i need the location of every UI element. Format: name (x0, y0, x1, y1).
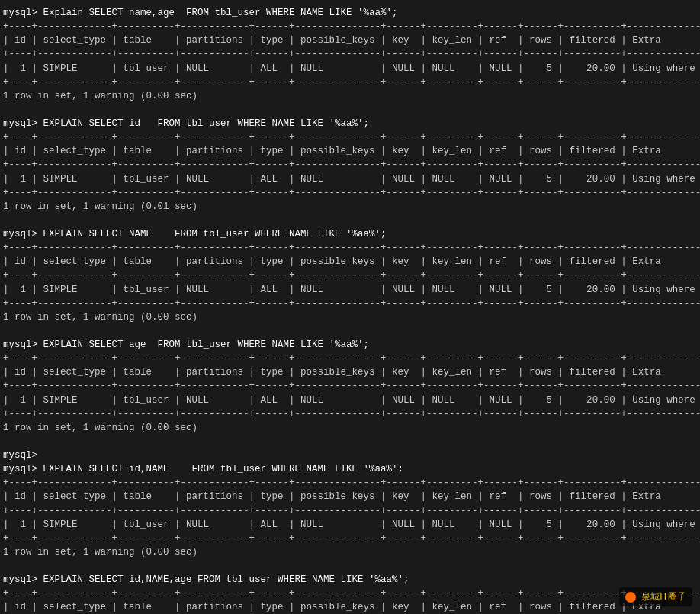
query-block-5: mysql> mysql> EXPLAIN SELECT id,NAME FRO… (3, 448, 697, 559)
command-1: Explain SELECT name,age FROM tbl_user WH… (43, 8, 398, 18)
border-bot-4: +----+-------------+----------+---------… (3, 407, 697, 421)
result-2: 1 row in set, 1 warning (0.01 sec) (3, 200, 697, 214)
border-bot-1: +----+-------------+----------+---------… (3, 76, 697, 89)
border-mid-4: +----+-------------+----------+---------… (3, 379, 697, 393)
border-top-2: +----+-------------+----------+---------… (3, 130, 697, 144)
mysql-prompt: mysql> (3, 8, 43, 18)
data-row-4: | 1 | SIMPLE | tbl_user | NULL | ALL | N… (3, 394, 697, 407)
result-3: 1 row in set, 1 warning (0.00 sec) (3, 310, 697, 324)
header-4: | id | select_type | table | partitions … (3, 365, 697, 379)
border-mid-3: +----+-------------+----------+---------… (3, 268, 697, 282)
spacer-5 (3, 559, 697, 573)
command-4: EXPLAIN SELECT age FROM tbl_user WHERE N… (43, 339, 370, 350)
result-1: 1 row in set, 1 warning (0.00 sec) (3, 89, 697, 103)
border-mid-2: +----+-------------+----------+---------… (3, 158, 697, 172)
result-5: 1 row in set, 1 warning (0.00 sec) (3, 545, 697, 559)
border-top-5: +----+-------------+----------+---------… (3, 476, 697, 490)
mysql-prompt-5b: mysql> (3, 464, 43, 474)
prompt-6: mysql> EXPLAIN SELECT id,NAME,age FROM t… (3, 573, 697, 587)
border-bot-2: +----+-------------+----------+---------… (3, 186, 697, 200)
border-bot-5: +----+-------------+----------+---------… (3, 532, 697, 545)
mysql-prompt-6: mysql> (3, 574, 43, 585)
spacer-3 (3, 324, 697, 338)
command-6: EXPLAIN SELECT id,NAME,age FROM tbl_user… (43, 574, 409, 585)
terminal-window: mysql> Explain SELECT name,age FROM tbl_… (0, 0, 700, 614)
prompt-2: mysql> EXPLAIN SELECT id FROM tbl_user W… (3, 117, 697, 130)
prompt-3: mysql> EXPLAIN SELECT NAME FROM tbl_user… (3, 227, 697, 241)
header-2: | id | select_type | table | partitions … (3, 144, 697, 158)
mysql-prompt-4: mysql> (3, 339, 43, 350)
border-mid-1: +----+-------------+----------+---------… (3, 47, 697, 61)
command-2: EXPLAIN SELECT id FROM tbl_user WHERE NA… (43, 118, 370, 129)
border-bot-3: +----+-------------+----------+---------… (3, 297, 697, 310)
watermark-icon (625, 592, 636, 603)
data-row-5: | 1 | SIMPLE | tbl_user | NULL | ALL | N… (3, 518, 697, 532)
query-block-1: mysql> Explain SELECT name,age FROM tbl_… (3, 6, 697, 103)
query-block-4: mysql> EXPLAIN SELECT age FROM tbl_user … (3, 338, 697, 435)
prompt-5b: mysql> EXPLAIN SELECT id,NAME FROM tbl_u… (3, 462, 697, 476)
command-5: EXPLAIN SELECT id,NAME FROM tbl_user WHE… (43, 464, 404, 474)
spacer-2 (3, 214, 697, 227)
spacer-1 (3, 103, 697, 117)
header-6: | id | select_type | table | partitions … (3, 600, 697, 614)
spacer-4 (3, 435, 697, 448)
command-3: EXPLAIN SELECT NAME FROM tbl_user WHERE … (43, 229, 387, 239)
query-block-3: mysql> EXPLAIN SELECT NAME FROM tbl_user… (3, 227, 697, 324)
watermark: 泉城IT圈子 (619, 587, 692, 606)
mysql-prompt-3: mysql> (3, 229, 43, 239)
border-mid-5: +----+-------------+----------+---------… (3, 504, 697, 518)
border-top-1: +----+-------------+----------+---------… (3, 20, 697, 34)
header-5: | id | select_type | table | partitions … (3, 490, 697, 503)
prompt-4: mysql> EXPLAIN SELECT age FROM tbl_user … (3, 338, 697, 352)
data-row-1: | 1 | SIMPLE | tbl_user | NULL | ALL | N… (3, 62, 697, 76)
result-4: 1 row in set, 1 warning (0.00 sec) (3, 421, 697, 435)
prompt-5a: mysql> (3, 448, 697, 462)
header-1: | id | select_type | table | partitions … (3, 34, 697, 47)
border-top-4: +----+-------------+----------+---------… (3, 352, 697, 365)
mysql-prompt-5a: mysql> (3, 450, 43, 461)
data-row-3: | 1 | SIMPLE | tbl_user | NULL | ALL | N… (3, 283, 697, 297)
watermark-text: 泉城IT圈子 (641, 591, 686, 602)
border-top-6: +----+-------------+----------+---------… (3, 587, 697, 600)
border-top-3: +----+-------------+----------+---------… (3, 241, 697, 255)
prompt-1: mysql> Explain SELECT name,age FROM tbl_… (3, 6, 697, 20)
mysql-prompt-2: mysql> (3, 118, 43, 129)
header-3: | id | select_type | table | partitions … (3, 255, 697, 268)
data-row-2: | 1 | SIMPLE | tbl_user | NULL | ALL | N… (3, 172, 697, 186)
query-block-6: mysql> EXPLAIN SELECT id,NAME,age FROM t… (3, 573, 697, 614)
query-block-2: mysql> EXPLAIN SELECT id FROM tbl_user W… (3, 117, 697, 214)
